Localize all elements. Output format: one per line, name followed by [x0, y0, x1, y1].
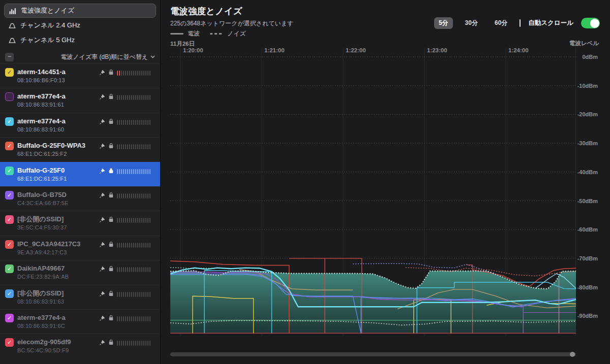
network-checkbox[interactable]: ✓: [5, 264, 14, 273]
signal-strength-meter: [117, 71, 150, 76]
signal-strength-meter: [117, 243, 150, 248]
network-name: aterm-14c451-a: [17, 68, 94, 76]
pin-icon: [99, 242, 105, 248]
lock-icon: [108, 290, 114, 296]
lock-icon: [108, 315, 114, 321]
legend-item-noise: ノイズ: [210, 29, 246, 38]
network-mac: 9E:A3:A9:42:17:C3: [17, 249, 155, 255]
lock-icon: [108, 216, 114, 222]
autoscroll-toggle[interactable]: [581, 18, 600, 28]
nav-item-channel-5ghz[interactable]: チャンネル 5 GHz: [4, 33, 156, 47]
signal-strength-meter: [117, 95, 150, 100]
network-row[interactable]: ✓ Buffalo-G-25F0 68:E1:DC:61:25:F1: [0, 162, 160, 186]
toggle-knob: [590, 19, 599, 28]
y-tick-label: -10dBm: [577, 83, 598, 89]
check-icon: ✓: [7, 69, 12, 76]
pin-icon: [99, 143, 105, 149]
network-name: Buffalo-G-B75D: [17, 191, 94, 198]
network-name: elecom2g-905df9: [17, 338, 94, 346]
network-mac: DC:FE:23:82:9A:AB: [17, 274, 155, 280]
pin-icon: [99, 192, 105, 198]
network-list: ✓ aterm-14c451-a 08:10:86:B6:F0:13 ✓ ate…: [0, 63, 160, 364]
network-name: Buffalo-G-25F0: [17, 167, 94, 174]
y-tick-label: -90dBm: [577, 313, 598, 319]
network-name: aterm-e377e4-a: [17, 92, 94, 100]
network-mac: 08:10:86:83:91:61: [17, 102, 155, 108]
range-button-30min[interactable]: 30分: [461, 17, 482, 29]
y-axis-title: 電波レベル: [569, 40, 599, 47]
signal-strength-meter: [117, 218, 150, 223]
lock-icon: [108, 168, 114, 174]
y-tick-label: -60dBm: [577, 226, 598, 233]
check-icon: ✓: [7, 118, 12, 125]
signal-strength-meter: [117, 120, 150, 125]
network-checkbox[interactable]: ✓: [5, 68, 14, 77]
network-checkbox[interactable]: ✓: [5, 289, 14, 298]
network-row[interactable]: ✓ aterm-e377e4-a 08:10:86:83:91:61: [0, 88, 160, 112]
network-checkbox[interactable]: ✓: [5, 240, 14, 249]
network-row[interactable]: ✓ [非公開のSSID] 3E:5C:C4:F5:30:37: [0, 211, 160, 235]
sidebar-nav: 電波強度とノイズ チャンネル 2.4 GHz チャンネル 5 GHz: [0, 0, 160, 47]
signal-strength-meter: [117, 169, 150, 174]
network-row[interactable]: ✓ DaikinAP49667 DC:FE:23:82:9A:AB: [0, 260, 160, 284]
page-title: 電波強度とノイズ: [170, 5, 242, 17]
check-icon: ✓: [7, 216, 12, 223]
network-checkbox[interactable]: ✓: [5, 167, 14, 175]
sort-dropdown[interactable]: 電波ノイズ率 (dB)順に並べ替え: [60, 53, 155, 61]
nav-item-signal-noise[interactable]: 電波強度とノイズ: [4, 4, 156, 18]
network-row[interactable]: ✓ elecom2g-905df9 BC:5C:4C:90:5D:F9: [0, 334, 160, 358]
check-icon: ✓: [7, 143, 12, 149]
nav-item-label: チャンネル 5 GHz: [20, 36, 75, 45]
lock-icon: [108, 266, 114, 272]
range-button-5min[interactable]: 5分: [434, 17, 453, 29]
network-checkbox[interactable]: ✓: [5, 92, 14, 101]
chart-horizontal-scrollbar[interactable]: [170, 352, 576, 356]
network-checkbox[interactable]: ✓: [5, 117, 14, 126]
pin-icon: [99, 119, 105, 125]
x-tick-label: 1:20:00: [183, 47, 203, 53]
network-mac: 08:10:86:83:91:63: [17, 299, 155, 305]
legend-label: ノイズ: [227, 29, 246, 38]
check-icon: ✓: [7, 315, 12, 321]
signal-strength-meter: [117, 341, 150, 346]
nav-item-channel-24ghz[interactable]: チャンネル 2.4 GHz: [4, 18, 156, 32]
network-checkbox[interactable]: ✓: [5, 215, 14, 224]
network-row[interactable]: ✓ aterm-e377e4-a 08:10:86:83:91:60: [0, 113, 160, 137]
bar-chart-icon: [9, 8, 16, 14]
network-row[interactable]: ✓ aterm-14c451-a 08:10:86:B6:F0:13: [0, 63, 160, 88]
scrollbar-handle[interactable]: [570, 352, 575, 357]
network-checkbox[interactable]: ✓: [5, 142, 14, 150]
pin-icon: [99, 168, 105, 174]
range-button-60min[interactable]: 60分: [490, 17, 512, 29]
legend-item-signal: 電波: [170, 29, 200, 38]
network-checkbox[interactable]: ✓: [5, 338, 14, 347]
check-icon: ✓: [7, 266, 12, 272]
x-tick-label: 1:23:00: [427, 47, 447, 53]
network-name: [非公開のSSID]: [17, 289, 94, 297]
selection-status: 225の3648ネットワークが選択されています: [170, 19, 293, 28]
controls-divider: [520, 19, 521, 27]
network-row[interactable]: ✓ aterm-e377e4-a 08:10:86:83:91:6C: [0, 309, 160, 334]
legend-label: 電波: [188, 29, 200, 38]
network-row[interactable]: ✓ Buffalo-G-B75D C4:3C:EA:66:B7:5E: [0, 186, 160, 211]
channel-icon: [9, 37, 16, 44]
pin-icon: [99, 340, 105, 346]
network-row[interactable]: ✓ IPC_9CA3A94217C3 9E:A3:A9:42:17:C3: [0, 236, 160, 260]
nav-item-label: 電波強度とノイズ: [21, 6, 74, 15]
network-row[interactable]: ✓ Buffalo-G-25F0-WPA3 68:E1:DC:61:25:F2: [0, 137, 160, 161]
sort-label: 電波ノイズ率 (dB)順に並べ替え: [60, 53, 148, 61]
y-tick-label: -40dBm: [577, 169, 598, 175]
collapse-all-button[interactable]: −: [5, 53, 14, 61]
signal-strength-meter: [117, 193, 150, 198]
app-window: 電波強度とノイズ チャンネル 2.4 GHz チャンネル 5 GHz −: [0, 0, 610, 364]
network-name: IPC_9CA3A94217C3: [17, 240, 94, 248]
signal-strength-meter: [117, 267, 150, 272]
pin-icon: [99, 266, 105, 272]
signal-strength-meter: [117, 292, 150, 297]
network-checkbox[interactable]: ✓: [5, 314, 14, 322]
network-mac: 08:10:86:83:91:6C: [17, 323, 155, 329]
network-row[interactable]: ✓ [非公開のSSID] 08:10:86:83:91:63: [0, 285, 160, 309]
network-name: Buffalo-G-25F0-WPA3: [17, 142, 94, 149]
network-mac: 08:10:86:B6:F0:13: [17, 77, 155, 83]
network-checkbox[interactable]: ✓: [5, 191, 14, 200]
